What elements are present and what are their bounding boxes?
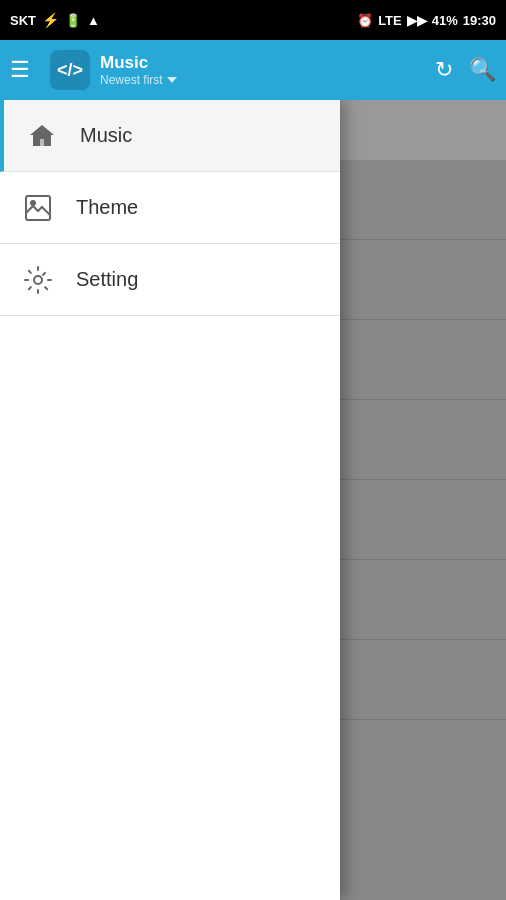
carrier-label: SKT	[10, 13, 36, 28]
logo-text: </>	[57, 60, 83, 81]
app-logo: </>	[50, 50, 90, 90]
drawer-spacer	[0, 316, 340, 900]
theme-item-label: Theme	[76, 196, 138, 219]
battery-percent: 41%	[432, 13, 458, 28]
battery-icon: 🔋	[65, 13, 81, 28]
music-home-icon	[24, 118, 60, 154]
music-item-label: Music	[80, 124, 132, 147]
refresh-icon[interactable]: ↻	[435, 57, 453, 83]
app-bar-left: ☰ </> Music Newest first	[10, 50, 435, 90]
main-container: CALENDAR :TFELT) (No mak... ) Music	[0, 100, 506, 900]
time-label: 19:30	[463, 13, 496, 28]
sidebar-item-theme[interactable]: Theme	[0, 172, 340, 244]
status-bar: SKT ⚡ 🔋 ▲ ⏰ LTE ▶▶ 41% 19:30	[0, 0, 506, 40]
theme-image-icon	[20, 190, 56, 226]
navigation-drawer: Music Theme Setting	[0, 100, 340, 900]
app-bar: ☰ </> Music Newest first ↻ 🔍	[0, 40, 506, 100]
signal-icon: ▶▶	[407, 13, 427, 28]
dropdown-arrow-icon	[167, 77, 177, 83]
sidebar-item-music[interactable]: Music	[0, 100, 340, 172]
subtitle-text: Newest first	[100, 73, 163, 87]
sidebar-item-setting[interactable]: Setting	[0, 244, 340, 316]
alarm-icon: ⏰	[357, 13, 373, 28]
svg-point-2	[34, 276, 42, 284]
status-left: SKT ⚡ 🔋 ▲	[10, 12, 100, 28]
setting-gear-icon	[20, 262, 56, 298]
app-title: Music	[100, 53, 177, 73]
search-icon[interactable]: 🔍	[469, 57, 496, 83]
app-bar-actions: ↻ 🔍	[435, 57, 496, 83]
app-subtitle: Newest first	[100, 73, 177, 87]
app-title-group: Music Newest first	[100, 53, 177, 87]
status-right: ⏰ LTE ▶▶ 41% 19:30	[357, 13, 496, 28]
network-label: LTE	[378, 13, 402, 28]
usb-icon: ⚡	[42, 12, 59, 28]
wifi-icon: ▲	[87, 13, 100, 28]
hamburger-icon[interactable]: ☰	[10, 57, 40, 83]
setting-item-label: Setting	[76, 268, 138, 291]
